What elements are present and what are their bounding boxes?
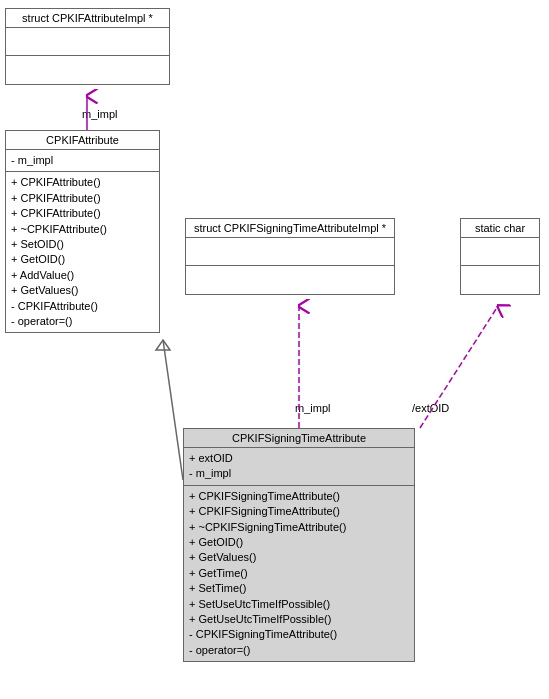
static-char-section2 — [461, 266, 539, 294]
cpkif-attributeimpl-title: struct CPKIFAttributeImpl * — [6, 9, 169, 28]
signing-time-attribute-fields: + extOID - m_impl — [184, 448, 414, 486]
signing-attributeimpl-section2 — [186, 266, 394, 294]
svg-line-3 — [163, 340, 183, 480]
cpkif-attribute-box: CPKIFAttribute - m_impl + CPKIFAttribute… — [5, 130, 160, 333]
svg-marker-4 — [156, 340, 170, 350]
m-impl-bottom-label: m_impl — [295, 402, 330, 414]
m-impl-top-label: m_impl — [82, 108, 117, 120]
static-char-title: static char — [461, 219, 539, 238]
cpkif-attribute-fields: - m_impl — [6, 150, 159, 172]
signing-attributeimpl-section1 — [186, 238, 394, 266]
static-char-section1 — [461, 238, 539, 266]
cpkif-attribute-title: CPKIFAttribute — [6, 131, 159, 150]
cpkif-attribute-field-mimpl: - m_impl — [11, 153, 154, 168]
signing-time-attribute-box: CPKIFSigningTimeAttribute + extOID - m_i… — [183, 428, 415, 662]
signing-attributeimpl-struct-box: struct CPKIFSigningTimeAttributeImpl * — [185, 218, 395, 295]
signing-time-attribute-title: CPKIFSigningTimeAttribute — [184, 429, 414, 448]
uml-diagram: struct CPKIFAttributeImpl * CPKIFAttribu… — [0, 0, 549, 699]
signing-time-attribute-methods: + CPKIFSigningTimeAttribute() + CPKIFSig… — [184, 486, 414, 661]
ext-oid-label: /extOID — [412, 402, 449, 414]
signing-attributeimpl-title: struct CPKIFSigningTimeAttributeImpl * — [186, 219, 394, 238]
static-char-box: static char — [460, 218, 540, 295]
cpkif-attribute-methods: + CPKIFAttribute() + CPKIFAttribute() + … — [6, 172, 159, 332]
cpkif-attributeimpl-section2 — [6, 56, 169, 84]
cpkif-attributeimpl-struct-box: struct CPKIFAttributeImpl * — [5, 8, 170, 85]
cpkif-attributeimpl-section1 — [6, 28, 169, 56]
